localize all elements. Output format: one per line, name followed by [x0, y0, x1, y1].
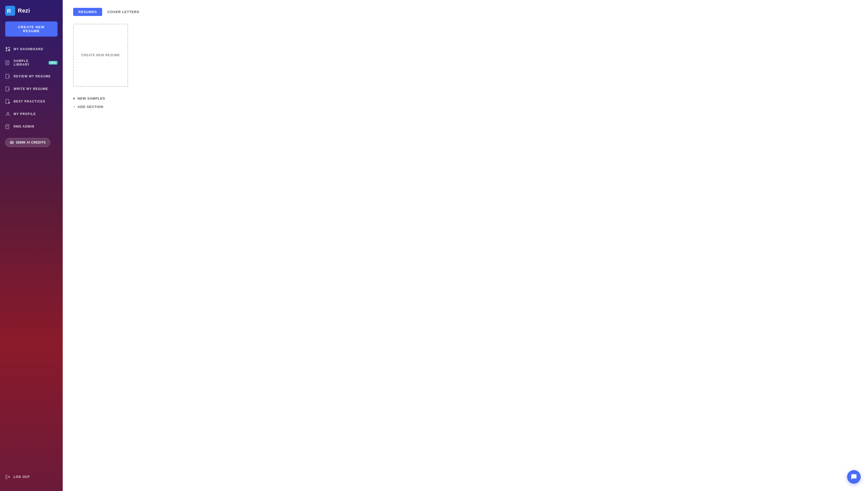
sidebar-item-my-profile[interactable]: MY PROFILE — [0, 108, 63, 120]
svg-rect-2 — [6, 47, 7, 49]
create-new-resume-card[interactable]: CREATE NEW RESUME — [73, 24, 128, 87]
add-section-row[interactable]: + ADD SECTION — [73, 103, 858, 111]
sidebar-item-best-practices[interactable]: ✓ BEST PRACTICES — [0, 95, 63, 108]
ai-credits-button[interactable]: 2669K AI CREDITS — [5, 138, 50, 147]
tabs-row: RESUMES COVER LETTERS — [73, 8, 858, 16]
new-samples-label: NEW SAMPLES — [78, 96, 105, 100]
svg-rect-10 — [6, 74, 9, 79]
svg-rect-5 — [8, 49, 10, 51]
logout-button[interactable]: LOG OUT — [0, 471, 63, 483]
svg-rect-4 — [6, 50, 7, 51]
ai-credits-label: 2669K AI CREDITS — [16, 141, 46, 144]
main-content: RESUMES COVER LETTERS CREATE NEW RESUME … — [63, 0, 868, 491]
sidebar-item-my-dashboard[interactable]: MY DASHBOARD — [0, 43, 63, 55]
svg-text:R: R — [7, 8, 11, 14]
sidebar-nav: MY DASHBOARD SAMPLE LIBRARY New REVIEW M… — [0, 43, 63, 133]
sidebar-item-write-my-resume[interactable]: WRITE MY RESUME — [0, 83, 63, 95]
ai-credits-icon — [10, 140, 14, 145]
logo-text: Rezi — [18, 7, 30, 14]
sidebar-logo: R Rezi — [0, 0, 63, 22]
sidebar-item-rms-admin[interactable]: RMS ADMIN — [0, 120, 63, 133]
logout-label: LOG OUT — [13, 475, 30, 479]
new-samples-section[interactable]: ▶ NEW SAMPLES — [73, 94, 858, 103]
sidebar-item-label-review: REVIEW MY RESUME — [13, 75, 51, 78]
sidebar: R Rezi CREATE NEW RESUME MY DASHBOARD SA… — [0, 0, 63, 491]
svg-text:✓: ✓ — [9, 102, 10, 104]
new-samples-arrow-icon: ▶ — [73, 97, 75, 100]
sample-library-badge: New — [49, 61, 58, 64]
logout-icon — [5, 474, 10, 480]
sidebar-item-review-my-resume[interactable]: REVIEW MY RESUME — [0, 70, 63, 83]
add-section-plus-icon: + — [73, 105, 75, 109]
sidebar-item-label-profile: MY PROFILE — [13, 112, 36, 116]
review-icon — [5, 74, 10, 79]
svg-point-15 — [7, 112, 9, 114]
sidebar-item-label-write: WRITE MY RESUME — [13, 87, 48, 91]
library-icon — [5, 60, 10, 65]
dashboard-icon — [5, 47, 10, 52]
create-new-resume-button[interactable]: CREATE NEW RESUME — [5, 22, 58, 37]
sidebar-bottom: LOG OUT — [0, 471, 63, 491]
add-section-label: ADD SECTION — [78, 105, 103, 109]
tab-cover-letters[interactable]: COVER LETTERS — [102, 8, 145, 16]
sidebar-item-sample-library[interactable]: SAMPLE LIBRARY New — [0, 55, 63, 70]
sidebar-item-label-dashboard: MY DASHBOARD — [13, 47, 43, 51]
svg-rect-3 — [8, 47, 10, 48]
practices-icon: ✓ — [5, 99, 10, 104]
create-new-resume-card-label: CREATE NEW RESUME — [79, 51, 123, 60]
write-icon — [5, 86, 10, 91]
sidebar-item-label-best-practices: BEST PRACTICES — [13, 99, 45, 103]
rezi-logo-icon: R — [5, 6, 15, 16]
svg-rect-11 — [6, 87, 9, 91]
sidebar-item-label-rms-admin: RMS ADMIN — [13, 125, 34, 128]
sidebar-item-label-sample-library: SAMPLE LIBRARY — [13, 59, 44, 66]
profile-icon — [5, 111, 10, 117]
chat-widget-icon — [850, 473, 857, 480]
admin-icon — [5, 124, 10, 129]
chat-widget-button[interactable] — [847, 470, 861, 484]
tab-resumes[interactable]: RESUMES — [73, 8, 102, 16]
